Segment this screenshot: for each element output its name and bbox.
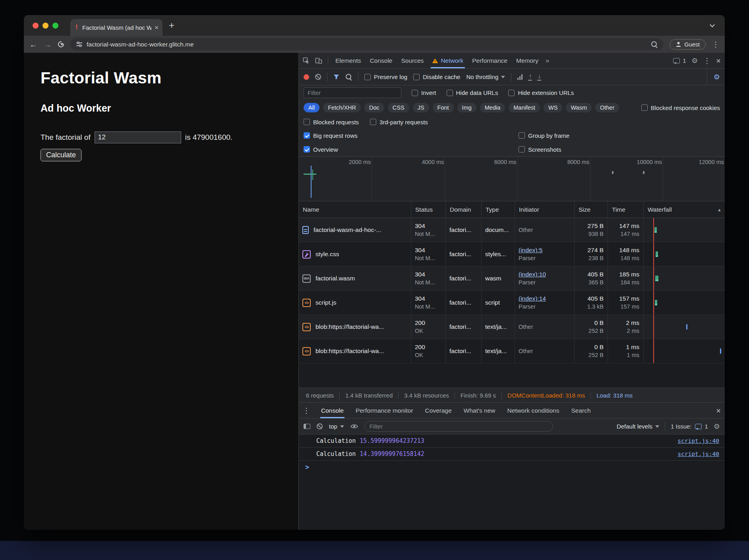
table-row[interactable]: <>blob:https://factorial-wa... 200OK fac…	[299, 315, 725, 339]
table-row[interactable]: /style.css 304Not M... factori... styles…	[299, 242, 725, 266]
drawer-tab-search[interactable]: Search	[570, 403, 591, 418]
source-link[interactable]: script.js:40	[677, 451, 719, 457]
chip-js[interactable]: JS	[413, 103, 429, 112]
col-status[interactable]: Status	[411, 201, 445, 218]
drawer-menu-icon[interactable]: ⋮	[303, 406, 310, 415]
table-row[interactable]: <>script.js 304Not M... factori... scrip…	[299, 291, 725, 315]
col-size[interactable]: Size	[574, 201, 608, 218]
col-domain[interactable]: Domain	[445, 201, 481, 218]
big-request-rows-checkbox[interactable]	[304, 132, 310, 139]
blocked-requests-checkbox[interactable]	[304, 119, 310, 125]
reload-icon[interactable]	[58, 41, 64, 47]
initiator-link[interactable]: (index):14	[519, 295, 546, 302]
blocked-requests-option[interactable]: Blocked requests	[304, 119, 359, 126]
chip-ws[interactable]: WS	[544, 103, 562, 112]
new-tab-button[interactable]: +	[169, 20, 174, 31]
drawer-tab-network-conditions[interactable]: Network conditions	[506, 403, 560, 418]
chip-fetch-xhr[interactable]: Fetch/XHR	[323, 103, 361, 112]
eye-icon[interactable]	[350, 424, 358, 429]
col-waterfall[interactable]: Waterfall▲	[643, 201, 725, 218]
drawer-tab-performance-monitor[interactable]: Performance monitor	[355, 403, 414, 418]
chip-css[interactable]: CSS	[388, 103, 409, 112]
network-conditions-icon[interactable]	[517, 74, 523, 80]
col-name[interactable]: Name	[299, 201, 411, 218]
invert-checkbox[interactable]	[412, 90, 418, 96]
inspect-element-icon[interactable]	[303, 57, 310, 64]
drawer-tab-whats-new[interactable]: What's new	[463, 403, 496, 418]
close-window-button[interactable]	[33, 23, 39, 29]
big-request-rows-option[interactable]: Big request rows	[304, 132, 358, 139]
back-icon[interactable]: ←	[29, 41, 37, 48]
table-row[interactable]: factorial-wasm-ad-hoc-... 304Not M... fa…	[299, 218, 725, 242]
filter-funnel-icon[interactable]	[333, 74, 339, 80]
export-har-icon[interactable]: ↓	[538, 73, 541, 81]
browser-menu-icon[interactable]: ⋮	[712, 40, 719, 49]
table-row[interactable]: WAfactorial.wasm 304Not M... factori... …	[299, 266, 725, 291]
tab-memory[interactable]: Memory	[515, 53, 540, 68]
issues-bubble-icon[interactable]	[673, 58, 680, 64]
initiator-link[interactable]: (index):5	[519, 247, 542, 254]
chip-all[interactable]: All	[304, 103, 319, 112]
blocked-cookies-checkbox[interactable]	[641, 104, 648, 111]
devtools-menu-icon[interactable]: ⋮	[703, 56, 710, 65]
zoom-window-button[interactable]	[52, 23, 58, 29]
blocked-cookies-option[interactable]: Blocked response cookies	[641, 104, 720, 111]
chip-media[interactable]: Media	[480, 103, 505, 112]
hide-extension-urls-option[interactable]: Hide extension URLs	[508, 89, 574, 96]
console-prompt[interactable]: >	[299, 461, 725, 473]
console-clear-icon[interactable]	[317, 423, 323, 429]
minimize-window-button[interactable]	[43, 23, 48, 29]
hide-data-urls-option[interactable]: Hide data URLs	[447, 89, 498, 96]
chip-wasm[interactable]: Wasm	[566, 103, 592, 112]
issues-counter[interactable]: 1 Issue: 1	[671, 423, 708, 430]
chip-font[interactable]: Font	[433, 103, 454, 112]
tab-network[interactable]: Network	[431, 53, 465, 68]
drawer-tab-coverage[interactable]: Coverage	[424, 403, 453, 418]
chip-other[interactable]: Other	[595, 103, 619, 112]
network-overview-timeline[interactable]: 2000 ms 4000 ms 6000 ms 8000 ms 10000 ms…	[299, 157, 725, 201]
log-levels-dropdown[interactable]: Default levels	[617, 423, 659, 430]
console-filter-input[interactable]	[364, 421, 553, 432]
source-link[interactable]: script.js:40	[677, 438, 719, 444]
hide-data-urls-checkbox[interactable]	[447, 90, 453, 96]
tab-performance[interactable]: Performance	[470, 53, 509, 68]
calculate-button[interactable]: Calculate	[41, 149, 81, 161]
console-settings-icon[interactable]: ⚙	[714, 423, 720, 430]
import-har-icon[interactable]: ↑	[528, 73, 532, 81]
network-filter-input[interactable]	[304, 87, 401, 98]
network-search-icon[interactable]	[345, 73, 352, 80]
initiator-link[interactable]: (index):10	[519, 271, 546, 278]
tab-search-chevron-icon[interactable]	[706, 20, 718, 31]
device-toolbar-icon[interactable]	[315, 58, 322, 64]
screenshots-checkbox[interactable]	[519, 146, 525, 153]
overview-option[interactable]: Overview	[304, 146, 338, 153]
drawer-tab-console[interactable]: Console	[320, 403, 345, 418]
throttling-dropdown[interactable]: No throttling	[466, 73, 505, 80]
tab-elements[interactable]: Elements	[334, 53, 363, 68]
chip-doc[interactable]: Doc	[364, 103, 384, 112]
third-party-checkbox[interactable]	[370, 119, 376, 125]
record-icon[interactable]	[304, 74, 309, 80]
more-tabs-icon[interactable]: »	[546, 57, 549, 65]
console-sidebar-icon[interactable]	[304, 424, 310, 429]
profile-badge[interactable]: Guest	[670, 39, 706, 50]
screenshots-option[interactable]: Screenshots	[519, 146, 561, 153]
col-type[interactable]: Type	[481, 201, 515, 218]
devtools-close-icon[interactable]: ×	[716, 57, 721, 65]
url-bar[interactable]: factorial-wasm-ad-hoc-worker.glitch.me	[70, 38, 663, 50]
col-initiator[interactable]: Initiator	[515, 201, 574, 218]
preserve-log-option[interactable]: Preserve log	[364, 73, 407, 80]
invert-option[interactable]: Invert	[412, 89, 436, 96]
console-message[interactable]: Calculation 15.599999964237213 script.js…	[299, 434, 725, 448]
disable-cache-checkbox[interactable]	[413, 74, 420, 80]
tab-sources[interactable]: Sources	[400, 53, 426, 68]
network-settings-icon[interactable]: ⚙	[714, 73, 720, 81]
factorial-input[interactable]	[95, 131, 181, 143]
col-time[interactable]: Time	[608, 201, 643, 218]
preserve-log-checkbox[interactable]	[364, 74, 371, 80]
tab-console[interactable]: Console	[368, 53, 394, 68]
table-row[interactable]: <>blob:https://factorial-wa... 200OK fac…	[299, 339, 725, 363]
third-party-option[interactable]: 3rd-party requests	[370, 119, 428, 126]
clear-icon[interactable]	[315, 74, 321, 80]
chip-manifest[interactable]: Manifest	[509, 103, 540, 112]
